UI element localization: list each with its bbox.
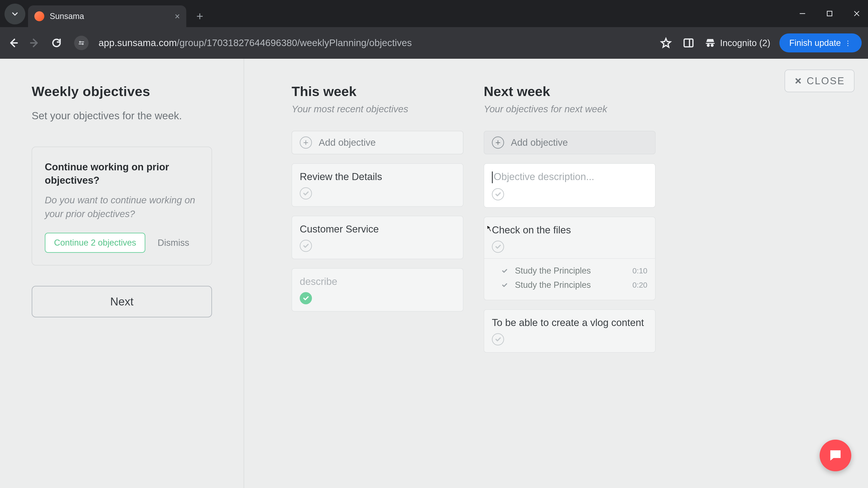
this-week-column: This week Your most recent objectives + … xyxy=(291,84,463,488)
next-button[interactable]: Next xyxy=(32,286,212,318)
objective-card[interactable]: Check on the files Study the Principles … xyxy=(484,217,655,300)
next-week-heading: Next week xyxy=(484,84,655,99)
tab-close-icon[interactable]: × xyxy=(175,12,180,21)
browser-toolbar: app.sunsama.com/group/17031827644696380/… xyxy=(0,27,868,59)
finish-update-label: Finish update xyxy=(789,38,841,48)
subtask-check-icon[interactable] xyxy=(501,267,508,274)
svg-point-2 xyxy=(82,43,84,44)
side-panel-icon[interactable] xyxy=(682,36,695,50)
svg-point-1 xyxy=(80,41,81,42)
window-minimize-button[interactable] xyxy=(797,8,808,20)
new-objective-input-card[interactable]: Objective description... xyxy=(484,163,655,207)
sidebar-subtitle: Set your objectives for the week. xyxy=(32,109,212,122)
continue-objectives-button[interactable]: Continue 2 objectives xyxy=(45,233,145,253)
sunsama-favicon-icon xyxy=(34,11,44,21)
plus-icon: + xyxy=(492,136,504,149)
window-controls xyxy=(797,0,863,27)
subtask-name: Study the Principles xyxy=(515,280,626,290)
nav-forward-button[interactable] xyxy=(28,36,41,50)
bookmark-star-icon[interactable] xyxy=(659,36,673,50)
prompt-question: Continue working on prior objectives? xyxy=(45,160,199,187)
objective-title: describe xyxy=(300,276,455,287)
app-viewport: CLOSE Weekly objectives Set your objecti… xyxy=(0,59,868,488)
objective-check-icon[interactable] xyxy=(300,187,312,199)
address-bar[interactable]: app.sunsama.com/group/17031827644696380/… xyxy=(97,37,651,48)
subtask-time: 0:20 xyxy=(632,281,647,289)
subtask-name: Study the Principles xyxy=(515,266,626,275)
new-tab-button[interactable]: + xyxy=(192,8,208,24)
subtask-check-icon[interactable] xyxy=(501,282,508,289)
sidebar-title: Weekly objectives xyxy=(32,84,212,99)
objective-title: Check on the files xyxy=(492,224,647,236)
next-week-subtitle: Your objectives for next week xyxy=(484,104,655,115)
dismiss-link[interactable]: Dismiss xyxy=(158,238,189,248)
prompt-detail: Do you want to continue working on your … xyxy=(45,193,199,221)
nav-reload-button[interactable] xyxy=(50,36,63,50)
objective-card[interactable]: To be able to create a vlog content xyxy=(484,309,655,353)
next-week-column: Next week Your objectives for next week … xyxy=(484,84,655,488)
url-path: /group/17031827644696380/weeklyPlanning/… xyxy=(177,37,412,48)
subtask-list: Study the Principles 0:10 Study the Prin… xyxy=(484,258,655,293)
add-objective-label: Add objective xyxy=(511,137,568,148)
objective-card[interactable]: Review the Details xyxy=(291,163,463,207)
objective-title: Review the Details xyxy=(300,171,455,182)
this-week-heading: This week xyxy=(291,84,463,99)
next-week-add-objective-button[interactable]: + Add objective xyxy=(484,131,655,154)
intercom-chat-button[interactable] xyxy=(819,440,851,471)
continue-objectives-card: Continue working on prior objectives? Do… xyxy=(32,147,212,265)
window-close-button[interactable] xyxy=(851,8,863,20)
objective-description-input: Objective description... xyxy=(492,171,647,183)
tab-search-button[interactable] xyxy=(4,4,25,24)
objective-card[interactable]: describe xyxy=(291,268,463,312)
objective-card[interactable]: Customer Service xyxy=(291,216,463,259)
objective-check-icon[interactable] xyxy=(300,240,312,252)
objective-check-icon[interactable] xyxy=(492,240,504,253)
plus-icon: + xyxy=(300,136,312,149)
tab-title: Sunsama xyxy=(50,11,169,21)
finish-update-button[interactable]: Finish update ⋮ xyxy=(779,33,862,53)
this-week-add-objective-button[interactable]: + Add objective xyxy=(291,131,463,154)
objective-title: To be able to create a vlog content xyxy=(492,317,647,328)
site-settings-chip[interactable] xyxy=(74,36,89,50)
subtask-row[interactable]: Study the Principles 0:10 xyxy=(501,264,647,278)
left-sidebar: Weekly objectives Set your objectives fo… xyxy=(0,59,244,488)
objective-check-icon[interactable] xyxy=(300,292,312,304)
kebab-menu-icon[interactable]: ⋮ xyxy=(844,39,852,47)
objective-check-icon[interactable] xyxy=(492,188,504,200)
subtask-time: 0:10 xyxy=(632,266,647,275)
objective-title: Customer Service xyxy=(300,223,455,235)
incognito-label: Incognito (2) xyxy=(720,38,770,48)
this-week-subtitle: Your most recent objectives xyxy=(291,104,463,115)
browser-tabbar: Sunsama × + xyxy=(0,0,868,27)
svg-rect-0 xyxy=(827,11,832,16)
incognito-indicator[interactable]: Incognito (2) xyxy=(704,37,770,49)
add-objective-label: Add objective xyxy=(319,137,376,148)
svg-rect-3 xyxy=(684,39,693,47)
browser-tab-active[interactable]: Sunsama × xyxy=(28,5,186,27)
subtask-row[interactable]: Study the Principles 0:20 xyxy=(501,278,647,292)
nav-back-button[interactable] xyxy=(6,36,20,50)
url-host: app.sunsama.com xyxy=(98,37,177,48)
objective-check-icon[interactable] xyxy=(492,333,504,346)
objectives-columns: This week Your most recent objectives + … xyxy=(244,59,868,488)
window-maximize-button[interactable] xyxy=(824,8,835,20)
